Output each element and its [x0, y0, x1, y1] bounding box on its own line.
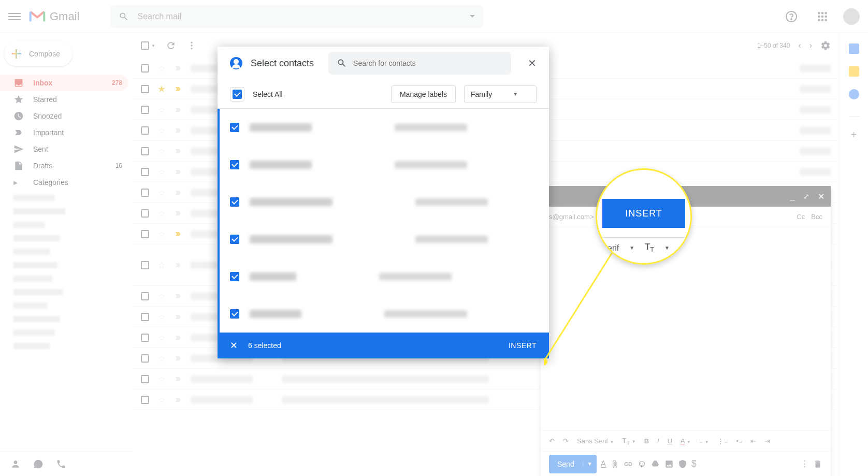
important-marker-icon[interactable]	[174, 313, 182, 321]
important-marker-icon[interactable]	[174, 375, 182, 383]
more-options-icon[interactable]: ⋮	[801, 459, 809, 469]
confidential-icon[interactable]	[678, 459, 687, 469]
attach-icon[interactable]	[610, 459, 619, 469]
search-input[interactable]	[137, 12, 470, 21]
prev-page-button[interactable]: ‹	[798, 41, 801, 50]
star-icon[interactable]: ★	[157, 83, 166, 95]
minimize-icon[interactable]: _	[790, 192, 795, 201]
important-marker-icon[interactable]	[174, 189, 182, 197]
star-icon[interactable]: ☆	[157, 373, 166, 385]
star-icon[interactable]: ☆	[157, 208, 166, 219]
bold-button[interactable]: B	[644, 437, 649, 445]
indent-less-button[interactable]: ⇤	[750, 437, 756, 445]
important-marker-icon[interactable]	[174, 126, 182, 135]
align-button[interactable]: ≡ ▼	[699, 437, 709, 445]
important-marker-icon[interactable]	[174, 396, 182, 404]
important-marker-icon[interactable]	[174, 230, 182, 238]
search-bar[interactable]	[110, 5, 483, 28]
tasks-icon[interactable]	[849, 89, 859, 99]
sidebar-item-starred[interactable]: Starred	[0, 91, 128, 108]
contact-row[interactable]	[218, 295, 549, 333]
important-marker-icon[interactable]	[174, 261, 182, 269]
contact-checkbox[interactable]	[230, 197, 239, 207]
contact-checkbox[interactable]	[230, 160, 239, 169]
star-icon[interactable]: ☆	[157, 104, 166, 116]
text-color-button[interactable]: A ▼	[681, 437, 691, 445]
send-button[interactable]: Send ▼	[549, 455, 597, 473]
money-icon[interactable]: $	[691, 458, 697, 469]
drive-icon[interactable]	[651, 459, 660, 469]
phone-icon[interactable]	[56, 459, 66, 469]
star-icon[interactable]: ☆	[157, 63, 166, 74]
important-marker-icon[interactable]	[174, 106, 182, 114]
sidebar-item-snoozed[interactable]: Snoozed	[0, 108, 128, 124]
sidebar-item-inbox[interactable]: Inbox 278	[0, 75, 128, 91]
star-icon[interactable]: ☆	[157, 259, 166, 271]
font-size-select[interactable]: TT ▼	[623, 437, 636, 446]
star-icon[interactable]: ☆	[157, 228, 166, 240]
important-marker-icon[interactable]	[174, 85, 182, 93]
sidebar-item-categories[interactable]: ▶ Categories	[0, 174, 128, 191]
italic-button[interactable]: I	[657, 437, 659, 445]
undo-icon[interactable]: ↶	[549, 437, 555, 445]
important-marker-icon[interactable]	[174, 64, 182, 73]
bulleted-list-button[interactable]: •≡	[736, 437, 742, 445]
link-icon[interactable]	[624, 459, 633, 469]
important-marker-icon[interactable]	[174, 334, 182, 342]
search-options-dropdown[interactable]	[470, 15, 475, 18]
apps-button[interactable]	[812, 6, 833, 27]
contact-row[interactable]	[218, 183, 549, 221]
format-toggle-icon[interactable]: A	[601, 459, 606, 469]
support-button[interactable]	[781, 6, 802, 27]
image-icon[interactable]	[664, 459, 674, 469]
sidebar-item-important[interactable]: Important	[0, 124, 128, 141]
footer-close-button[interactable]: ✕	[230, 340, 238, 351]
important-marker-icon[interactable]	[174, 209, 182, 218]
star-icon[interactable]: ☆	[157, 394, 166, 406]
more-icon[interactable]	[186, 40, 197, 51]
contact-row[interactable]	[218, 146, 549, 183]
star-icon[interactable]: ☆	[157, 187, 166, 198]
person-icon[interactable]	[10, 459, 21, 469]
star-icon[interactable]: ☆	[157, 125, 166, 136]
label-filter-select[interactable]: Family ▼	[464, 85, 537, 103]
contact-checkbox[interactable]	[230, 309, 239, 319]
discard-icon[interactable]	[813, 459, 822, 469]
contact-checkbox[interactable]	[230, 272, 239, 281]
next-page-button[interactable]: ›	[809, 41, 812, 50]
dropdown-caret-icon[interactable]: ▼	[151, 44, 155, 48]
sidebar-item-sent[interactable]: Sent	[0, 141, 128, 157]
important-marker-icon[interactable]	[174, 354, 182, 363]
contact-row[interactable]	[218, 258, 549, 295]
underline-button[interactable]: U	[668, 437, 672, 445]
hangouts-icon[interactable]	[33, 459, 44, 469]
keep-icon[interactable]	[849, 66, 859, 77]
select-all-checkbox[interactable]	[233, 90, 242, 99]
contact-row[interactable]	[218, 109, 549, 146]
font-family-select[interactable]: Sans Serif ▼	[577, 437, 614, 445]
star-icon[interactable]: ☆	[157, 291, 166, 302]
account-avatar[interactable]	[843, 8, 860, 25]
modal-close-button[interactable]: ✕	[528, 57, 537, 69]
contact-checkbox[interactable]	[230, 123, 239, 132]
star-icon[interactable]: ☆	[157, 332, 166, 343]
star-icon[interactable]: ☆	[157, 353, 166, 364]
contact-row[interactable]	[218, 221, 549, 258]
gmail-logo[interactable]: Gmail	[29, 10, 79, 23]
star-icon[interactable]: ☆	[157, 146, 166, 157]
indent-more-button[interactable]: ⇥	[764, 437, 770, 445]
close-icon[interactable]: ✕	[818, 192, 824, 201]
calendar-icon[interactable]	[849, 44, 859, 54]
contacts-search-input[interactable]	[353, 59, 503, 67]
bcc-button[interactable]: Bcc	[811, 213, 822, 221]
add-addon-button[interactable]: +	[851, 129, 857, 141]
star-icon[interactable]: ☆	[157, 166, 166, 178]
settings-icon[interactable]	[820, 40, 831, 51]
star-icon[interactable]: ☆	[157, 311, 166, 323]
contacts-search[interactable]	[328, 52, 511, 75]
refresh-icon[interactable]	[166, 40, 176, 51]
insert-button[interactable]: INSERT	[509, 341, 537, 350]
redo-icon[interactable]: ↷	[563, 437, 569, 445]
cc-button[interactable]: Cc	[797, 213, 805, 221]
manage-labels-button[interactable]: Manage labels	[391, 85, 456, 103]
